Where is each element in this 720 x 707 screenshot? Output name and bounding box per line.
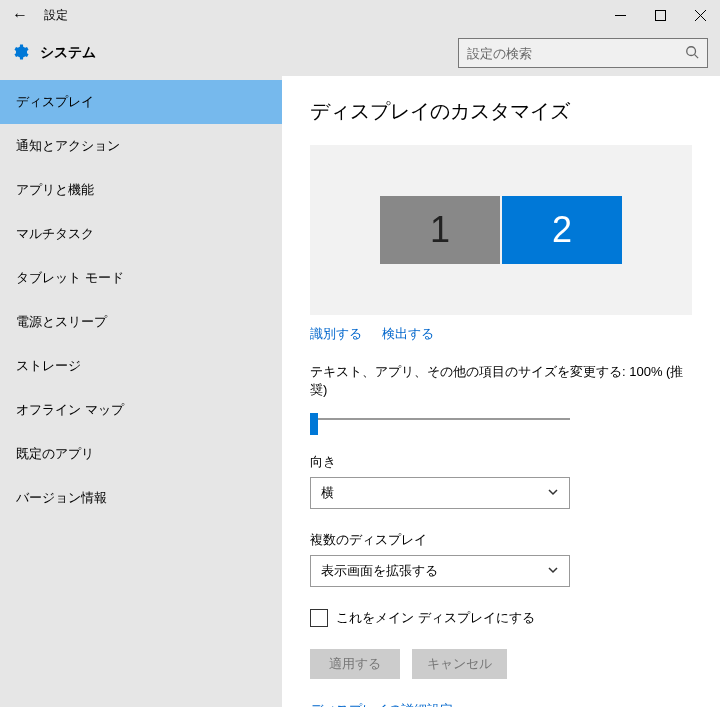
advanced-display-link[interactable]: ディスプレイの詳細設定 — [310, 702, 453, 707]
maximize-button[interactable] — [640, 0, 680, 30]
header-row: システム — [0, 30, 720, 76]
multi-display-select[interactable]: 表示画面を拡張する — [310, 555, 570, 587]
back-button[interactable]: ← — [0, 6, 40, 24]
apply-button[interactable]: 適用する — [310, 649, 400, 679]
chevron-down-icon — [547, 486, 559, 501]
multi-display-label: 複数のディスプレイ — [310, 531, 692, 549]
sidebar-item-label: 電源とスリープ — [16, 313, 107, 331]
orientation-value: 横 — [321, 484, 334, 502]
gear-icon — [0, 43, 40, 64]
sidebar-item-apps[interactable]: アプリと機能 — [0, 168, 282, 212]
back-arrow-icon: ← — [12, 6, 28, 23]
scale-label: テキスト、アプリ、その他の項目のサイズを変更する: 100% (推奨) — [310, 363, 692, 399]
sidebar-item-label: ストレージ — [16, 357, 81, 375]
detect-link[interactable]: 検出する — [382, 326, 434, 341]
sidebar-item-multitask[interactable]: マルチタスク — [0, 212, 282, 256]
sidebar-item-label: ディスプレイ — [16, 93, 94, 111]
sidebar-item-label: タブレット モード — [16, 269, 124, 287]
maximize-icon — [655, 10, 666, 21]
sidebar-item-power[interactable]: 電源とスリープ — [0, 300, 282, 344]
orientation-label: 向き — [310, 453, 692, 471]
sidebar-item-label: バージョン情報 — [16, 489, 107, 507]
page-title: ディスプレイのカスタマイズ — [310, 98, 692, 125]
sidebar-item-label: アプリと機能 — [16, 181, 94, 199]
search-icon — [685, 45, 699, 62]
close-icon — [695, 10, 706, 21]
orientation-select[interactable]: 横 — [310, 477, 570, 509]
sidebar-item-about[interactable]: バージョン情報 — [0, 476, 282, 520]
svg-point-4 — [687, 46, 696, 55]
sidebar-item-label: オフライン マップ — [16, 401, 124, 419]
sidebar-item-tablet[interactable]: タブレット モード — [0, 256, 282, 300]
sidebar-item-display[interactable]: ディスプレイ — [0, 80, 282, 124]
section-title: システム — [40, 44, 96, 62]
minimize-button[interactable] — [600, 0, 640, 30]
window-title: 設定 — [40, 7, 68, 24]
main-display-checkbox[interactable] — [310, 609, 328, 627]
sidebar-item-label: マルチタスク — [16, 225, 94, 243]
sidebar-item-label: 既定のアプリ — [16, 445, 94, 463]
svg-rect-1 — [655, 10, 665, 20]
sidebar-item-defaults[interactable]: 既定のアプリ — [0, 432, 282, 476]
chevron-down-icon — [547, 564, 559, 579]
search-box[interactable] — [458, 38, 708, 68]
main-display-checkbox-label: これをメイン ディスプレイにする — [336, 609, 535, 627]
sidebar-item-maps[interactable]: オフライン マップ — [0, 388, 282, 432]
search-input[interactable] — [467, 46, 685, 61]
slider-track — [310, 418, 570, 420]
svg-line-5 — [695, 54, 699, 58]
minimize-icon — [615, 10, 626, 21]
main-pane: ディスプレイのカスタマイズ 1 2 識別する 検出する テキスト、アプリ、その他… — [282, 76, 720, 707]
multi-display-value: 表示画面を拡張する — [321, 562, 438, 580]
cancel-button[interactable]: キャンセル — [412, 649, 507, 679]
scale-slider[interactable] — [310, 407, 570, 431]
slider-thumb[interactable] — [310, 413, 318, 435]
titlebar: ← 設定 — [0, 0, 720, 30]
identify-link[interactable]: 識別する — [310, 326, 362, 341]
monitor-2[interactable]: 2 — [502, 196, 622, 264]
sidebar-item-storage[interactable]: ストレージ — [0, 344, 282, 388]
sidebar: ディスプレイ 通知とアクション アプリと機能 マルチタスク タブレット モード … — [0, 76, 282, 707]
sidebar-item-label: 通知とアクション — [16, 137, 120, 155]
close-button[interactable] — [680, 0, 720, 30]
sidebar-item-notifications[interactable]: 通知とアクション — [0, 124, 282, 168]
monitor-1[interactable]: 1 — [380, 196, 500, 264]
monitor-arrangement[interactable]: 1 2 — [310, 145, 692, 315]
